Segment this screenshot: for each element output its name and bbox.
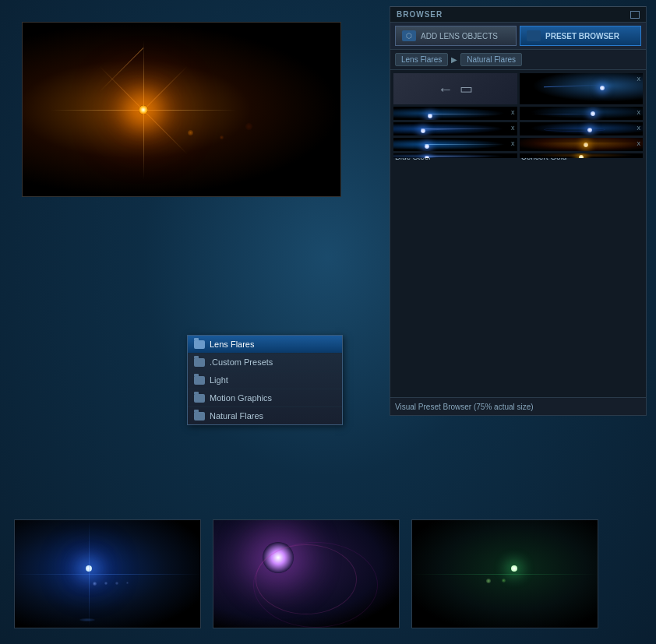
preset-close-blue-digital[interactable]: x (637, 125, 641, 132)
bottom-preview-green-flare[interactable] (411, 519, 598, 628)
breadcrumb-lens-flares[interactable]: Lens Flares (395, 53, 448, 66)
preset-item-concert-gold[interactable]: x Concert Gold (520, 138, 644, 151)
preset-item-blue-digital[interactable]: x Blue Digital Hoop (520, 122, 644, 135)
flare-core (139, 105, 148, 114)
preset-label-partial2 (520, 158, 644, 163)
preset-item-partial1[interactable] (393, 153, 517, 158)
menu-item-lens-flares[interactable]: Lens Flares (188, 336, 342, 354)
preset-close-air-missle[interactable]: x (637, 76, 641, 83)
menu-item-custom-presets[interactable]: .Custom Presets (188, 354, 342, 371)
preset-browser-icon (527, 30, 541, 41)
browser-toolbar: ⬡ ADD LENS OBJECTS PRESET BROWSER (390, 23, 646, 50)
back-arrow-icon: ← (438, 80, 453, 98)
add-lens-label: ADD LENS OBJECTS (421, 32, 498, 40)
menu-label-lens-flares: Lens Flares (210, 340, 254, 349)
preset-item-blue-concert[interactable]: x Blue Concert Light (393, 122, 517, 135)
green-flare-core (511, 565, 517, 572)
folder-light-icon (194, 376, 205, 385)
menu-label-custom-presets: .Custom Presets (210, 357, 273, 367)
menu-label-light: Light (210, 375, 228, 385)
add-lens-icon: ⬡ (402, 30, 416, 41)
browser-title: BROWSER (397, 10, 443, 19)
menu-label-natural-flares: Natural Flares (210, 411, 263, 421)
browser-restore-icon[interactable] (630, 11, 640, 19)
preset-item-avenger[interactable]: x Avenger (393, 107, 517, 120)
preset-close-blue-concert[interactable]: x (511, 125, 515, 132)
ray-air-missle (544, 85, 599, 87)
preset-close-blue-steel[interactable]: x (511, 140, 515, 147)
preset-item-partial2[interactable] (520, 153, 644, 158)
preset-item-back[interactable]: ← ▭ .. (393, 73, 517, 104)
folder-motion-graphics-icon (194, 394, 205, 403)
preset-close-avenger[interactable]: x (511, 109, 515, 116)
preset-grid: ← ▭ .. x Air Missle x (393, 73, 643, 158)
folder-icon: ▭ (460, 80, 473, 97)
browser-footer: Visual Preset Browser (75% actual size) (390, 397, 646, 415)
flare-partial2 (579, 155, 584, 158)
preset-item-air-missle[interactable]: x Air Missle (520, 73, 644, 104)
preset-close-concert-gold[interactable]: x (637, 140, 641, 147)
folder-lens-flares-icon (194, 340, 205, 349)
main-preview (22, 22, 341, 197)
add-lens-objects-button[interactable]: ⬡ ADD LENS OBJECTS (395, 26, 517, 46)
folder-natural-flares-icon (194, 412, 205, 421)
preset-browser-label: PRESET BROWSER (545, 32, 619, 40)
folder-menu: Lens Flares .Custom Presets Light Motion… (187, 335, 343, 425)
main-preview-canvas (23, 23, 340, 196)
menu-item-motion-graphics[interactable]: Motion Graphics (188, 389, 342, 407)
menu-item-natural-flares[interactable]: Natural Flares (188, 407, 342, 424)
menu-label-motion-graphics: Motion Graphics (210, 393, 272, 403)
browser-title-bar: BROWSER (390, 7, 646, 23)
folder-custom-presets-icon (194, 358, 205, 367)
breadcrumb-separator: ▶ (451, 55, 457, 64)
preset-item-bay[interactable]: x Bay (520, 107, 644, 120)
flare-air-missle (600, 86, 605, 90)
preset-browser-button[interactable]: PRESET BROWSER (520, 26, 641, 46)
preset-item-blue-steel[interactable]: x Blue Steel (393, 138, 517, 151)
bottom-preview-pink-lens[interactable] (213, 519, 400, 628)
browser-footer-text: Visual Preset Browser (75% actual size) (395, 403, 534, 411)
preset-close-bay[interactable]: x (637, 109, 641, 116)
bottom-previews (14, 519, 598, 628)
menu-item-light[interactable]: Light (188, 371, 342, 389)
breadcrumb-bar: Lens Flares ▶ Natural Flares (390, 50, 646, 70)
breadcrumb-natural-flares[interactable]: Natural Flares (460, 53, 522, 66)
browser-panel: BROWSER ⬡ ADD LENS OBJECTS PRESET BROWSE… (390, 6, 647, 416)
bottom-preview-blue-star[interactable] (14, 519, 201, 628)
preset-grid-container[interactable]: ← ▭ .. x Air Missle x (390, 70, 646, 397)
preset-label-partial1 (393, 158, 517, 163)
